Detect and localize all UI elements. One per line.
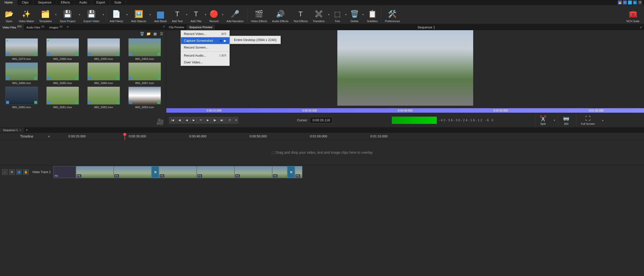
add-files-dropdown[interactable]: ▾ [126, 6, 129, 24]
goto-end-button[interactable]: ▶| [219, 117, 225, 124]
tab-home[interactable]: Home [0, 0, 17, 5]
add-objects-button[interactable]: 🖼️Add Objects [129, 6, 149, 24]
speed-button[interactable]: ⏱ [226, 117, 234, 124]
timeline-clip[interactable] [76, 166, 114, 178]
timeline-clip[interactable] [234, 166, 272, 178]
twitter-icon[interactable]: t [628, 1, 632, 5]
next-panel-button[interactable]: ▸ [601, 111, 605, 129]
clip-item[interactable]: IMG_5092.mov [84, 87, 123, 109]
step-fwd-button[interactable]: ▶ [205, 117, 211, 124]
clip-item[interactable]: IMG_0403.mov [125, 38, 164, 60]
media-tab-audio[interactable]: Audio Files (1) [24, 24, 47, 30]
transition-button[interactable]: ✖️Transition [310, 6, 327, 24]
export-video-button[interactable]: 💾Export Video [81, 6, 102, 24]
templates-dropdown[interactable]: ▾ [54, 6, 57, 24]
like-icon[interactable]: 👍 [618, 1, 622, 5]
tab-clips[interactable]: Clips [17, 0, 33, 5]
split-dropdown[interactable]: ▾ [553, 111, 556, 129]
add-files-button[interactable]: 📄Add File(s) [107, 6, 126, 24]
tab-sequence[interactable]: Sequence [33, 0, 56, 5]
help-icon[interactable]: ? [638, 1, 642, 5]
audio-effects-button[interactable]: 🔊Audio Effects [270, 6, 291, 24]
add-blank-button[interactable]: Add Blank [152, 6, 169, 24]
add-sequence-button[interactable]: + [24, 127, 30, 133]
step-back-button[interactable]: ◀ [183, 117, 190, 124]
templates-button[interactable]: 🗂️Templates [37, 6, 54, 24]
grid-view-icon[interactable]: ▦ [152, 31, 157, 36]
next-frame-button[interactable]: |▶ [212, 117, 218, 124]
track-lock-button[interactable]: 🔓 [23, 169, 29, 175]
media-tab-video[interactable]: Video Files (27) [0, 24, 24, 30]
add-text-button[interactable]: TAdd Text [169, 6, 185, 24]
timeline-clip[interactable] [53, 166, 76, 178]
video-maker-button[interactable]: ✨Video Maker [16, 6, 37, 24]
clip-item[interactable]: ✔IMG_0373.mov [2, 38, 41, 60]
add-text-dropdown[interactable]: ▾ [185, 6, 188, 24]
add-title-button[interactable]: TAdd Title [188, 6, 204, 24]
timeline-ruler[interactable]: 0:00:20.000 0:00:30.000 0:00:40.000 0:00… [53, 133, 644, 140]
split-button[interactable]: ✂️Split [535, 114, 551, 126]
transition-clip[interactable]: ✕ [151, 166, 159, 178]
preferences-button[interactable]: 🛠️Preferences [382, 6, 402, 24]
add-narration-button[interactable]: 🎤Add Narration [224, 6, 246, 24]
nch-suite-button[interactable]: 🧰NCH Suite [624, 6, 642, 24]
trash-media-icon[interactable]: 🗑️ [139, 31, 144, 36]
fullscreen-button[interactable]: ⛶Full Screen [576, 114, 599, 126]
vr-button[interactable]: 🥽360 [558, 114, 574, 126]
playhead[interactable] [125, 133, 125, 140]
undock-panel-icon[interactable]: ⤢ [163, 25, 165, 28]
clip-item[interactable]: IMG_0408.mov [2, 62, 41, 85]
goto-start-button[interactable]: |◀ [169, 117, 176, 124]
undock-preview-icon[interactable]: ⤢ [638, 26, 644, 29]
track-collapse-button[interactable]: – [2, 169, 8, 175]
media-tab-images[interactable]: Images (1) [47, 24, 65, 30]
preview-video[interactable] [337, 30, 473, 106]
speed-dropdown[interactable]: ▾ [234, 117, 238, 124]
sequence-tab[interactable]: Sequence 1× [0, 128, 24, 132]
timeline-mode-dropdown[interactable]: Timeline [0, 134, 53, 138]
add-media-tab[interactable]: + [65, 24, 71, 30]
text-effects-button[interactable]: TText Effects [291, 6, 310, 24]
save-dropdown[interactable]: ▾ [78, 6, 81, 24]
save-project-button[interactable]: 💾Save Project [57, 6, 78, 24]
clip-item[interactable]: IMG_5087.mov [125, 62, 164, 85]
prev-frame-button[interactable]: ◀| [176, 117, 183, 124]
tab-effects[interactable]: Effects [56, 0, 75, 5]
loop-button[interactable]: ⟳ [197, 117, 204, 124]
transition-clip[interactable]: ✕ [287, 166, 295, 178]
timeline-clip[interactable] [159, 166, 197, 178]
video-effects-button[interactable]: 🎬Video Effects [248, 6, 269, 24]
clip-item[interactable]: IMG_0395.mov [84, 38, 123, 60]
timeline-clip[interactable] [272, 166, 287, 178]
tab-export[interactable]: Export [92, 0, 110, 5]
menu-record-screen[interactable]: Record Screen... [181, 44, 229, 51]
play-button[interactable]: ▶ [190, 117, 197, 124]
clip-item[interactable]: ✔IMG_0388.mov [43, 38, 82, 60]
clip-item[interactable]: IMG_5086.mov [84, 62, 123, 85]
track-clips[interactable]: ✕ ✕ [53, 165, 644, 179]
track-solo-button[interactable]: 👥 [16, 169, 22, 175]
clip-item[interactable]: IMG_5085.mov [43, 62, 82, 85]
add-folder-icon[interactable]: 📁 [146, 31, 151, 36]
menu-record-audio[interactable]: Record Audio...⇧⌘R [181, 52, 229, 59]
menu-record-video[interactable]: Record Video...⌘R [181, 30, 229, 37]
facebook-icon[interactable]: f [623, 1, 627, 5]
subtitles-button[interactable]: 📋Subtitles [365, 6, 380, 24]
menu-over-video[interactable]: Over Video... [181, 59, 229, 66]
delete-dropdown[interactable]: ▾ [361, 6, 365, 24]
trim-dropdown[interactable]: ▾ [344, 6, 347, 24]
export-dropdown[interactable]: ▾ [102, 6, 105, 24]
add-objects-dropdown[interactable]: ▾ [149, 6, 152, 24]
timeline-clip[interactable] [295, 166, 302, 178]
trim-button[interactable]: ⬚Trim [330, 6, 344, 24]
cursor-value[interactable]: 0:00:29.118 [310, 117, 333, 123]
tab-suite[interactable]: Suite [110, 0, 126, 5]
clip-item[interactable]: IMG_5090.mov [2, 87, 41, 109]
menu-entire-desktop[interactable]: Entire Desktop (3584 x 2240) [230, 36, 280, 43]
add-title-dropdown[interactable]: ▾ [204, 6, 207, 24]
clip-item[interactable]: IMG_5093.mov [125, 87, 164, 109]
overlay-track[interactable]: ⬚ Drag and drop your video, text and ima… [0, 140, 644, 165]
tab-audio[interactable]: Audio [75, 0, 92, 5]
timeline-clip[interactable] [114, 166, 151, 178]
transition-dropdown[interactable]: ▾ [327, 6, 330, 24]
